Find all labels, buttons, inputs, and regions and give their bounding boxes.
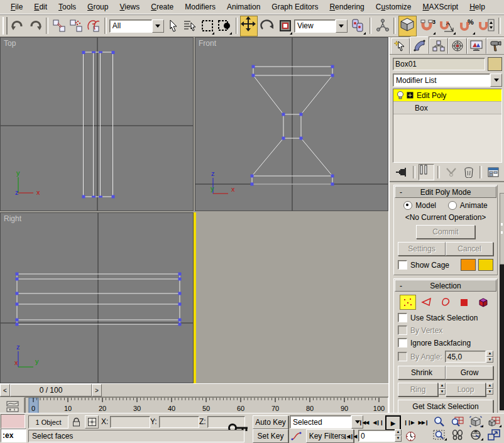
select-object-button[interactable] — [165, 16, 181, 36]
menu-animation[interactable]: Animation — [221, 1, 266, 13]
snaps-toggle-button[interactable] — [398, 16, 417, 36]
get-stack-selection-button[interactable]: Get Stack Selection — [398, 400, 493, 413]
time-slider-next-button[interactable]: > — [92, 384, 102, 397]
toolbar-handle[interactable] — [3, 17, 8, 35]
viewport-top[interactable]: Top — [0, 37, 194, 211]
menu-rendering[interactable]: Rendering — [324, 1, 370, 13]
reference-coordsys-combo[interactable]: View — [294, 19, 348, 33]
viewport-perspective[interactable]: Perspective — [194, 212, 196, 383]
select-and-rotate-button[interactable] — [258, 16, 276, 36]
zoom-all-button[interactable] — [448, 415, 466, 429]
maxscript-mini-listener[interactable]: :ex — [1, 429, 26, 442]
arc-rotate-button[interactable] — [466, 428, 485, 442]
selection-set-combo[interactable]: Selected — [290, 415, 363, 429]
menu-tools[interactable]: Tools — [53, 1, 82, 13]
tab-motion[interactable] — [448, 38, 467, 54]
use-pivot-center-button[interactable] — [348, 16, 367, 36]
tab-display[interactable] — [467, 38, 486, 54]
new-key-default-tangent-button[interactable] — [288, 429, 305, 443]
rectangular-selection-region-button[interactable] — [199, 16, 216, 36]
rollout-edit-poly-mode-header[interactable]: - Edit Poly Mode — [395, 186, 496, 198]
use-stack-selection-checkbox[interactable]: Use Stack Selection — [398, 313, 493, 322]
zoom-extents-button[interactable] — [466, 415, 485, 429]
menu-graph-editors[interactable]: Graph Editors — [266, 1, 324, 13]
show-cage-checkbox[interactable]: Show Cage — [398, 260, 461, 270]
x-coord-field[interactable] — [110, 416, 150, 428]
menu-customize[interactable]: Customize — [370, 1, 417, 13]
by-angle-field[interactable]: 45,0 — [445, 351, 486, 363]
settings-button[interactable]: Settings — [398, 242, 446, 256]
snap-3d-button[interactable]: 3 — [417, 16, 437, 36]
grow-button[interactable]: Grow — [446, 366, 493, 380]
pan-view-button[interactable] — [448, 428, 466, 442]
viewport-front[interactable]: Front — [195, 37, 388, 211]
menu-help[interactable]: Help — [464, 1, 491, 13]
menu-edit[interactable]: Edit — [28, 1, 53, 13]
selection-filter-combo[interactable]: All — [109, 19, 164, 33]
cancel-button[interactable]: Cancel — [446, 242, 493, 256]
set-key-button[interactable]: Set Key — [253, 429, 288, 443]
shrink-button[interactable]: Shrink — [398, 366, 446, 380]
play-button[interactable]: ▶ — [385, 415, 401, 430]
menu-maxscript[interactable]: MAXScript — [417, 1, 464, 13]
cage-color-swatch[interactable] — [461, 259, 476, 271]
by-angle-spinner[interactable]: ▲▼ — [486, 351, 493, 363]
go-to-end-button[interactable]: ▶▶❙ — [416, 416, 430, 429]
scrollbar-thumb[interactable] — [500, 193, 504, 265]
stack-row-box[interactable]: Box — [393, 101, 501, 114]
viewport-splitter-h[interactable] — [195, 211, 388, 212]
tab-modify[interactable] — [410, 36, 429, 54]
remove-modifier-button[interactable] — [461, 164, 477, 180]
pin-stack-button[interactable] — [393, 164, 410, 180]
loop-button[interactable]: Loop — [446, 383, 486, 397]
rollout-selection-header[interactable]: - Selection — [395, 280, 496, 292]
auto-key-button[interactable]: Auto Key — [253, 415, 288, 429]
menu-file[interactable]: File — [5, 1, 28, 13]
track-bar-ruler[interactable]: 0102030405060708090100 — [25, 397, 388, 414]
unlink-selection-button[interactable] — [68, 16, 84, 36]
ring-button[interactable]: Ring — [398, 383, 438, 397]
object-color-swatch[interactable] — [488, 57, 502, 71]
tab-hierarchy[interactable] — [429, 38, 448, 54]
crossing-selection-button[interactable] — [216, 16, 233, 36]
object-name-field[interactable]: Box01 — [393, 58, 485, 70]
menu-views[interactable]: Views — [114, 1, 145, 13]
vertex-subobject-button[interactable] — [400, 295, 416, 310]
percent-snap-button[interactable]: % — [457, 16, 477, 36]
angle-snap-button[interactable] — [437, 16, 457, 36]
menu-create[interactable]: Create — [145, 1, 179, 13]
animate-radio[interactable]: Animate — [448, 201, 488, 210]
viewport-right[interactable]: Right — [0, 212, 194, 383]
ring-spinner[interactable]: ▲▼ — [439, 383, 446, 395]
reference-coordsys-dropdown-button[interactable] — [336, 19, 348, 33]
spinner-down-icon[interactable]: ▼ — [486, 357, 493, 363]
by-vertex-checkbox[interactable]: By Vertex — [398, 325, 493, 335]
previous-frame-button[interactable]: ◀❙❙ — [371, 416, 385, 429]
polygon-subobject-button[interactable] — [456, 295, 473, 310]
time-configuration-button[interactable] — [403, 429, 418, 443]
cage-selected-color-swatch[interactable] — [478, 259, 493, 271]
bind-to-spacewarp-button[interactable] — [85, 16, 102, 36]
current-frame-field[interactable]: 0 — [358, 430, 397, 442]
select-and-scale-button[interactable] — [277, 16, 293, 36]
tab-create[interactable] — [391, 38, 410, 54]
undo-button[interactable] — [9, 16, 26, 36]
spinner-snap-button[interactable] — [477, 16, 496, 36]
modifier-list-combo[interactable]: Modifier List — [393, 74, 502, 87]
selection-lock-toggle[interactable] — [70, 415, 82, 429]
selection-filter-dropdown-button[interactable] — [152, 19, 164, 33]
menu-group[interactable]: Group — [82, 1, 114, 13]
edge-subobject-button[interactable] — [419, 295, 435, 310]
stack-row-edit-poly[interactable]: Edit Poly — [393, 89, 501, 101]
expand-plus-icon[interactable] — [407, 92, 414, 99]
maximize-viewport-toggle-button[interactable] — [485, 428, 503, 442]
time-slider-prev-button[interactable]: < — [0, 384, 10, 397]
redo-button[interactable] — [27, 16, 43, 36]
select-and-move-button[interactable] — [240, 16, 258, 36]
zoom-button[interactable] — [430, 415, 448, 429]
border-subobject-button[interactable] — [437, 295, 454, 310]
configure-modifier-sets-button[interactable] — [485, 164, 501, 180]
select-by-name-button[interactable] — [182, 16, 198, 36]
select-and-manipulate-button[interactable] — [374, 16, 390, 36]
modifier-list-dropdown-button[interactable] — [490, 74, 502, 87]
